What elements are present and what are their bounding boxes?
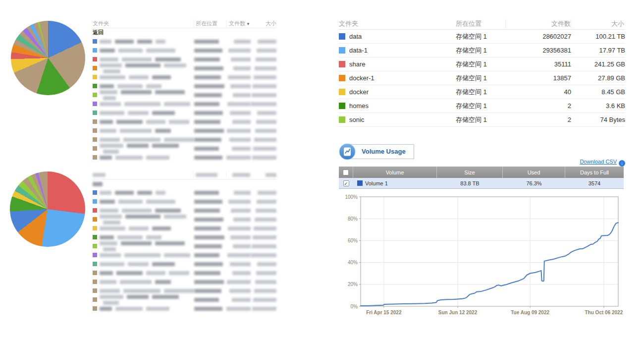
table-header-row: Volume Size Used Days to Full (339, 167, 624, 178)
redacted-text (194, 57, 220, 61)
redacted-text (226, 156, 251, 160)
folder-row-redacted[interactable] (93, 197, 276, 206)
download-csv-link[interactable]: Download CSV↓ (515, 159, 625, 167)
redacted-text (128, 262, 149, 266)
redacted-text (127, 144, 149, 148)
redacted-text (164, 102, 190, 106)
folder-row-redacted[interactable] (93, 250, 276, 259)
folder-row-redacted[interactable] (93, 37, 276, 46)
select-all-checkbox[interactable] (343, 170, 349, 175)
folder-row-redacted[interactable] (93, 304, 276, 313)
redacted-text (194, 93, 222, 97)
redacted-text (255, 280, 276, 284)
column-header-volume[interactable]: Volume (353, 167, 437, 178)
folder-size: 100.21 TB (571, 33, 625, 40)
redacted-text (152, 111, 175, 115)
redacted-text (100, 111, 124, 115)
redacted-text (100, 280, 116, 284)
redacted-text (194, 262, 223, 266)
folder-location: 存储空间 1 (456, 102, 505, 111)
folder-row-redacted[interactable] (93, 99, 276, 108)
redacted-text (194, 129, 224, 133)
folder-row-redacted[interactable] (93, 188, 276, 197)
folder-row[interactable]: data-1存储空间 12935638117.97 TB (339, 44, 625, 57)
column-header-used[interactable]: Used (503, 167, 565, 178)
redacted-text (194, 218, 223, 222)
folder-file-count: 29356381 (505, 47, 571, 54)
redacted-text (194, 147, 219, 151)
folder-row[interactable]: homes存储空间 123.6 KB (339, 99, 625, 113)
volume-row[interactable]: ✓Volume 183.8 TB76.3%3574 (339, 178, 624, 188)
redacted-text (227, 253, 251, 257)
folder-file-count: 35111 (505, 60, 571, 68)
redacted-text (100, 209, 118, 213)
folder-color-icon (93, 48, 97, 53)
redacted-text (194, 209, 220, 213)
column-header-size[interactable]: Size (437, 167, 503, 178)
folder-size: 3.6 KB (571, 102, 625, 110)
redacted-text (124, 253, 161, 257)
folder-color-icon (339, 116, 345, 123)
folder-row-redacted[interactable] (93, 108, 276, 117)
folder-row-redacted[interactable] (93, 90, 276, 99)
folder-row[interactable]: docker-1存储空间 11385727.89 GB (339, 71, 625, 85)
table-header-row: 文件夹 所在位置 文件数▼ 大小 (93, 19, 276, 28)
folder-color-icon (93, 208, 97, 213)
x-axis-tick-label: Fri Apr 15 2022 (366, 310, 402, 315)
folder-row-redacted[interactable] (93, 259, 276, 268)
column-header-location[interactable]: 所在位置 (456, 19, 505, 28)
redacted-text (100, 75, 125, 79)
redacted-text (254, 138, 276, 142)
redacted-text (194, 271, 220, 275)
back-link[interactable]: 返回 (93, 28, 276, 37)
folder-color-icon (93, 128, 97, 133)
redacted-text (125, 63, 161, 67)
volume-checkbox[interactable]: ✓ (343, 180, 349, 186)
redacted-text (155, 90, 185, 94)
folder-row[interactable]: data存储空间 128602027100.21 TB (339, 30, 625, 44)
y-axis-tick-label: 40% (348, 260, 358, 265)
redacted-text (100, 63, 122, 67)
volume-name: Volume 1 (365, 180, 388, 186)
redacted-text (258, 40, 276, 44)
column-header-folder[interactable]: 文件夹 (339, 19, 456, 28)
folder-row-redacted[interactable] (93, 63, 276, 72)
folder-row-redacted[interactable] (93, 224, 276, 232)
folder-row-redacted[interactable] (93, 72, 276, 81)
column-header-count[interactable]: 文件数▼ (226, 20, 250, 27)
column-header-count[interactable]: 文件数 (505, 19, 571, 28)
folder-row-redacted[interactable] (93, 215, 276, 224)
redacted-text (103, 96, 116, 100)
redacted-text (121, 90, 152, 94)
folder-row[interactable]: share存储空间 135111241.25 GB (339, 57, 625, 71)
folder-color-icon (339, 33, 345, 40)
folder-size-pie-chart-bottom[interactable] (10, 171, 85, 247)
storage-analyzer-screen: 文件夹 所在位置 文件数▼ 大小 返回 文件夹 所在位置 文件数 大小 data… (0, 0, 644, 340)
table-body: ✓Volume 183.8 TB76.3%3574 (339, 178, 624, 188)
folder-row[interactable]: docker存储空间 1408.45 GB (339, 85, 625, 99)
column-header-location[interactable]: 所在位置 (193, 20, 226, 27)
redacted-text (254, 227, 276, 230)
folder-row-redacted[interactable] (93, 117, 276, 126)
column-header-folder[interactable]: 文件夹 (93, 20, 193, 27)
folder-row-redacted[interactable] (93, 295, 276, 304)
back-link-redacted[interactable] (93, 179, 276, 188)
column-header-size[interactable]: 大小 (571, 19, 624, 28)
folder-row-redacted[interactable] (93, 126, 276, 135)
folder-size: 74 Bytes (571, 116, 625, 123)
redacted-text (194, 227, 221, 230)
folder-size-pie-chart-top[interactable] (11, 21, 85, 95)
redacted-text (100, 191, 111, 195)
folder-row-redacted[interactable] (93, 46, 276, 55)
folder-row-redacted[interactable] (93, 277, 276, 286)
redacted-text (155, 209, 181, 213)
folder-row-redacted[interactable] (93, 241, 276, 250)
table-header-row: 文件夹 所在位置 文件数 大小 (339, 18, 625, 30)
column-header-days-to-full[interactable]: Days to Full (565, 167, 624, 178)
redacted-text (123, 138, 161, 142)
folder-row[interactable]: sonic存储空间 1274 Bytes (339, 113, 625, 127)
folder-row-redacted[interactable] (93, 144, 276, 153)
folder-row-redacted[interactable] (93, 153, 276, 162)
column-header-size[interactable]: 大小 (250, 20, 276, 27)
folder-row-redacted[interactable] (93, 268, 276, 277)
